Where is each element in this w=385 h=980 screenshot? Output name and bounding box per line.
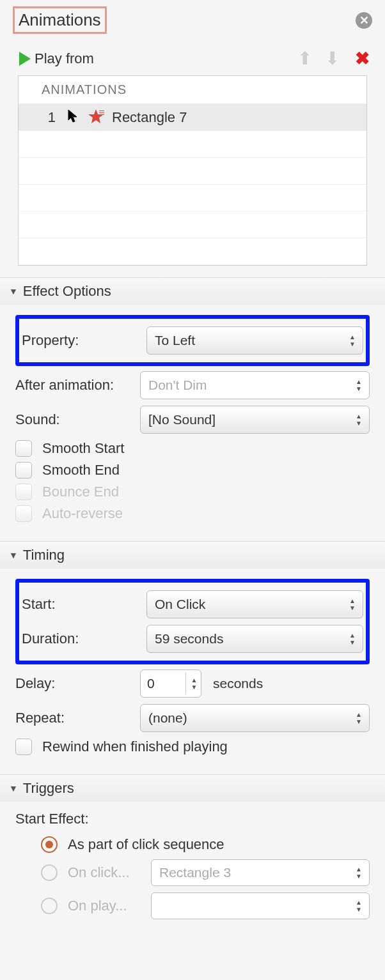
duration-select[interactable]: 59 seconds ▲▼ [146,625,363,653]
repeat-select[interactable]: (none) ▲▼ [140,704,370,732]
trigger-onclick-radio[interactable]: On click... Rectangle 3 ▲▼ [41,859,370,886]
list-item[interactable] [19,238,366,265]
stepper-icon: ▲▼ [354,409,364,431]
list-item[interactable] [19,185,366,211]
sound-value: [No Sound] [148,412,216,427]
list-header: ANIMATIONS [19,76,366,104]
smooth-start-checkbox[interactable]: Smooth Start [15,440,370,457]
svg-rect-1 [99,112,104,113]
chevron-down-icon: ▼ [9,783,18,793]
trigger-onplay-radio: On play... ▲▼ [41,892,370,919]
property-value: To Left [155,333,195,348]
chevron-down-icon: ▼ [9,550,18,560]
play-from-label[interactable]: Play from [35,50,94,67]
section-timing[interactable]: ▼ Timing [0,541,385,569]
start-effect-label: Start Effect: [15,811,370,827]
start-value: On Click [155,597,205,612]
sound-label: Sound: [15,411,140,428]
repeat-label: Repeat: [15,710,140,726]
onplay-target-select: ▲▼ [151,892,370,919]
stepper-icon: ▲▼ [354,374,364,396]
list-item[interactable] [19,211,366,238]
bounce-end-checkbox: Bounce End [15,484,370,500]
onclick-target-value: Rectangle 3 [159,865,231,880]
section-title: Triggers [23,780,74,797]
list-item[interactable]: 1 Rectangle 7 [19,104,366,131]
cursor-icon [67,109,79,126]
auto-reverse-checkbox: Auto-reverse [15,505,370,522]
panel-title: Animations [13,6,107,34]
delay-input[interactable]: 0 ▲▼ [140,670,201,698]
item-number: 1 [19,109,63,126]
section-title: Timing [23,547,65,563]
stepper-icon: ▲▼ [347,628,358,650]
section-effect-options[interactable]: ▼ Effect Options [0,277,385,305]
repeat-value: (none) [148,710,187,726]
stepper-icon: ▲▼ [347,593,358,615]
start-label: Start: [22,596,146,613]
list-item[interactable] [19,158,366,185]
move-down-icon[interactable]: ⬇ [325,48,340,69]
smooth-end-checkbox[interactable]: Smooth End [15,462,370,479]
stepper-icon: ▲▼ [347,330,358,351]
effect-icon [88,109,104,126]
stepper-icon: ▲▼ [354,707,364,729]
radio-icon [41,864,58,881]
chevron-down-icon: ▼ [9,286,18,296]
after-animation-label: After animation: [15,377,140,394]
svg-rect-2 [99,114,104,115]
start-select[interactable]: On Click ▲▼ [146,590,363,618]
duration-label: Duration: [22,631,146,647]
svg-rect-0 [99,111,104,111]
duration-value: 59 seconds [155,631,223,647]
item-name: Rectangle 7 [112,109,187,126]
delete-icon[interactable]: ✖ [355,48,370,69]
stepper-icon: ▲▼ [354,862,364,883]
close-icon[interactable]: ✕ [356,12,372,29]
property-label: Property: [22,332,146,349]
trigger-sequence-radio[interactable]: As part of click sequence [41,836,370,853]
after-animation-select: Don't Dim ▲▼ [140,371,370,399]
animations-list[interactable]: ANIMATIONS 1 Rectangle 7 [18,75,367,266]
delay-value: 0 [147,676,155,691]
stepper-icon[interactable]: ▲▼ [185,673,200,694]
property-select[interactable]: To Left ▲▼ [146,326,363,355]
delay-label: Delay: [15,675,140,692]
section-title: Effect Options [23,283,111,300]
move-up-icon[interactable]: ⬆ [297,48,312,69]
stepper-icon: ▲▼ [354,896,364,916]
onclick-target-select: Rectangle 3 ▲▼ [151,859,370,886]
after-animation-value: Don't Dim [148,378,207,393]
radio-icon [41,836,58,853]
radio-icon [41,898,58,914]
section-triggers[interactable]: ▼ Triggers [0,774,385,802]
list-item[interactable] [19,131,366,158]
rewind-checkbox[interactable]: Rewind when finished playing [15,739,370,755]
play-icon[interactable] [19,52,31,66]
sound-select[interactable]: [No Sound] ▲▼ [140,406,370,434]
delay-unit: seconds [213,676,263,691]
